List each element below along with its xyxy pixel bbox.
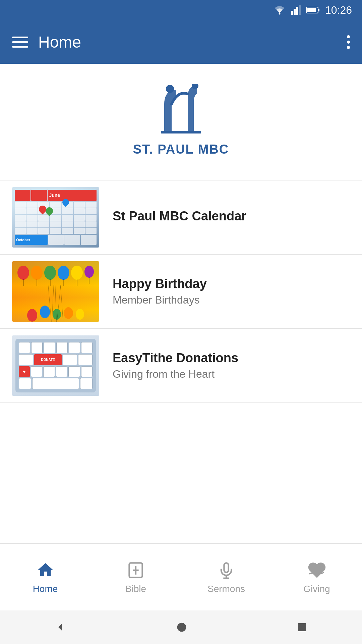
donations-item-text: EasyTithe Donations Giving from the Hear… [113,351,350,380]
home-nav-icon [35,560,55,580]
calendar-image: June [12,187,99,248]
svg-rect-6 [318,9,319,11]
giving-nav-icon [307,560,327,580]
birthday-list-item[interactable]: Happy Birthday Member Birthdays [0,255,362,329]
donations-item-title: EasyTithe Donations [113,351,350,365]
bible-nav-label: Bible [125,584,146,594]
battery-icon [306,6,320,14]
home-button[interactable] [175,621,188,634]
donations-list-item[interactable]: DONATE ♥ [0,329,362,403]
logo-section: ST. PAUL MBC [0,64,362,180]
birthday-thumbnail [12,261,99,322]
system-navigation-bar [0,610,362,644]
birthday-image [12,261,99,322]
church-logo-icon [144,84,218,139]
main-content: ST. PAUL MBC June [0,64,362,543]
calendar-item-text: St Paul MBC Calendar [113,209,350,226]
svg-point-8 [166,85,174,93]
church-logo: ST. PAUL MBC [133,84,229,157]
calendar-list-item[interactable]: June [0,180,362,255]
wifi-icon [274,5,286,15]
svg-rect-10 [161,131,201,133]
status-time: 10:26 [325,4,352,16]
church-logo-svg [144,84,218,138]
donations-item-subtitle: Giving from the Heart [113,368,350,380]
status-icons: 10:26 [274,4,352,16]
sermons-nav-label: Sermons [207,584,245,594]
svg-rect-2 [294,9,296,15]
svg-rect-7 [307,8,316,12]
svg-rect-3 [296,7,298,15]
svg-marker-16 [58,624,62,631]
donations-image: DONATE ♥ [12,335,99,396]
tab-giving[interactable]: Giving [272,560,362,594]
sermons-nav-icon [216,560,236,580]
birthday-item-title: Happy Birthday [113,277,350,291]
hamburger-menu-button[interactable] [12,37,28,48]
tab-sermons[interactable]: Sermons [181,560,272,594]
svg-rect-4 [299,5,301,15]
giving-nav-label: Giving [303,584,330,594]
svg-point-0 [279,13,280,15]
recents-button[interactable] [296,621,308,633]
signal-icon [291,5,301,15]
calendar-thumbnail: June [12,187,99,248]
tab-home[interactable]: Home [0,560,90,594]
donations-thumbnail: DONATE ♥ [12,335,99,396]
birthday-item-text: Happy Birthday Member Birthdays [113,277,350,306]
svg-rect-1 [291,11,293,15]
more-options-button[interactable] [347,35,350,49]
back-button[interactable] [54,621,67,634]
bottom-navigation: Home Bible Sermons [0,543,362,610]
tab-bible[interactable]: Bible [90,560,181,594]
church-name: ST. PAUL MBC [133,142,229,157]
app-bar: Home [0,20,362,64]
svg-rect-18 [298,623,306,631]
birthday-item-subtitle: Member Birthdays [113,294,350,306]
app-bar-title: Home [38,33,81,51]
bible-nav-icon [126,560,146,580]
status-bar: 10:26 [0,0,362,20]
svg-point-17 [177,623,186,632]
home-nav-label: Home [33,584,58,594]
calendar-item-title: St Paul MBC Calendar [113,209,350,223]
